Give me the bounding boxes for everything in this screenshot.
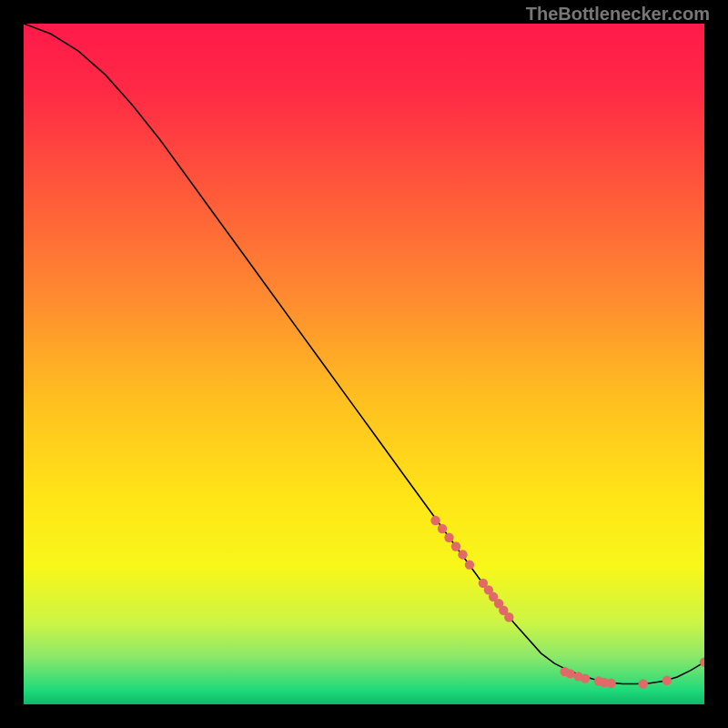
scatter-point [606, 679, 615, 688]
chart-background [24, 24, 704, 704]
scatter-point [504, 612, 513, 622]
scatter-point [451, 541, 460, 551]
scatter-point [581, 673, 590, 682]
scatter-point [465, 560, 474, 569]
watermark-text: TheBottlenecker.com [526, 4, 710, 25]
scatter-point [458, 550, 467, 559]
scatter-point [430, 516, 440, 525]
scatter-point [638, 679, 647, 688]
chart-svg [24, 24, 704, 704]
chart-plot-area [24, 24, 704, 704]
scatter-point [565, 669, 574, 678]
scatter-point [438, 524, 447, 533]
scatter-point [444, 533, 453, 542]
scatter-point [662, 676, 672, 685]
